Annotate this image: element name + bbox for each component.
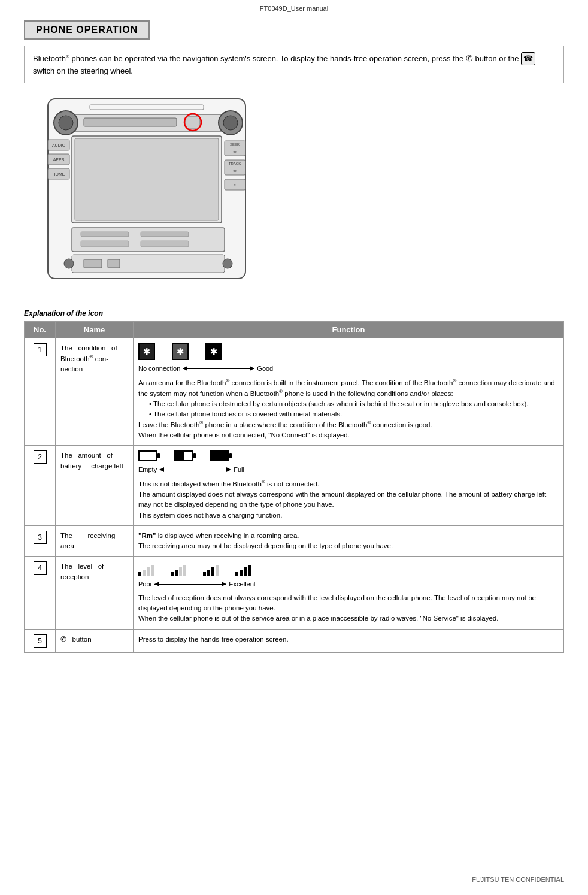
svg-text:≡: ≡	[234, 183, 236, 187]
rm-desc2: The receiving area may not be displayed …	[138, 541, 559, 551]
bt-icon-low: ✱	[138, 343, 155, 360]
batt-desc1: This is not displayed when the Bluetooth…	[138, 479, 559, 489]
section-title: PHONE OPERATION	[36, 25, 138, 35]
svg-rect-3	[84, 118, 177, 126]
device-image-container: SEEK ⊲⊳ TRACK ⊲⊳ ≡ AUDIO APPS HOME	[36, 93, 564, 298]
row1-name: The condition of Bluetooth® con-nection	[56, 338, 134, 446]
bt-arrow-line: No connection Good	[138, 364, 273, 374]
row4-no: 4	[25, 557, 56, 629]
bt-desc2: Leave the Bluetooth® phone in a place wh…	[138, 419, 559, 430]
bt-desc1: An antenna for the Bluetooth® connection…	[138, 377, 559, 399]
svg-rect-4	[186, 116, 200, 128]
table-row: 2 The amount of battery charge left Empt…	[25, 446, 564, 525]
svg-text:SEEK: SEEK	[230, 143, 240, 146]
signal-arrow-line: Poor Excellent	[138, 579, 256, 589]
svg-rect-28	[141, 232, 189, 237]
bt-desc3: When the cellular phone is not connected…	[138, 430, 559, 440]
row5-func: Press to display the hands-free operatio…	[134, 629, 564, 652]
icon-table: No. Name Function 1 The condition of Blu…	[24, 321, 564, 653]
row5-no: 5	[25, 629, 56, 652]
intro-box: Bluetooth® phones can be operated via th…	[24, 46, 564, 83]
intro-text: Bluetooth® phones can be operated via th…	[33, 54, 535, 75]
number-box-1: 1	[34, 343, 47, 356]
number-box-2: 2	[34, 450, 47, 464]
signal-icons-row	[138, 561, 559, 576]
row3-name: The receiving area	[56, 525, 134, 557]
svg-point-34	[64, 259, 74, 268]
bt-icons-row: ✱ ✱ ✱	[138, 343, 559, 360]
row2-func: Empty Full This is not displayed when th…	[134, 446, 564, 525]
batt-desc3: This system does not have a charging fun…	[138, 510, 559, 521]
signal-desc1: The level of reception does not always c…	[138, 593, 559, 614]
section-title-box: PHONE OPERATION	[24, 20, 150, 40]
table-row: 4 The level of reception	[25, 557, 564, 629]
explanation-label: Explanation of the icon	[24, 309, 564, 318]
svg-text:⊲⊳: ⊲⊳	[232, 169, 237, 173]
number-box-4: 4	[34, 561, 47, 575]
footer-confidential: FUJITSU TEN CONFIDENTIAL	[472, 876, 564, 883]
svg-point-9	[223, 116, 238, 130]
svg-rect-29	[81, 241, 129, 247]
svg-text:HOME: HOME	[53, 172, 65, 176]
row1-no: 1	[25, 338, 56, 446]
svg-rect-32	[84, 259, 102, 268]
svg-rect-33	[108, 259, 120, 268]
bt-bullet2: • The cellular phone touches or is cover…	[149, 409, 559, 419]
signal-icon-1	[171, 561, 186, 576]
bt-bullet1: • The cellular phone is obstructed by ce…	[149, 399, 559, 409]
batt-icon-full	[210, 450, 229, 461]
svg-rect-27	[81, 232, 129, 237]
number-box-5: 5	[34, 634, 47, 648]
batt-desc2: The amount displayed does not always cor…	[138, 489, 559, 510]
batt-icon-half	[174, 450, 193, 461]
row2-name: The amount of battery charge left	[56, 446, 134, 525]
table-row: 3 The receiving area "Rm" is displayed w…	[25, 525, 564, 557]
rm-desc1: "Rm" is displayed when receiving in a ro…	[138, 531, 559, 541]
batt-arrow-line: Empty Full	[138, 465, 244, 475]
row3-no: 3	[25, 525, 56, 557]
signal-desc2: When the cellular phone is out of the se…	[138, 613, 559, 624]
device-svg: SEEK ⊲⊳ TRACK ⊲⊳ ≡ AUDIO APPS HOME	[36, 93, 257, 298]
long-arrow-batt	[159, 470, 231, 470]
btn-desc: Press to display the hands-free operatio…	[138, 634, 559, 645]
svg-point-35	[223, 259, 232, 268]
switch-icon-inline: ☎	[521, 52, 535, 65]
svg-text:TRACK: TRACK	[229, 162, 241, 165]
signal-icon-3	[235, 561, 251, 576]
header-title: FT0049D_User manual	[260, 5, 328, 12]
row2-no: 2	[25, 446, 56, 525]
phone-icon-inline: ✆	[466, 53, 473, 63]
signal-icon-0	[138, 561, 154, 576]
table-header-name: Name	[56, 322, 134, 338]
batt-icons-row	[138, 450, 559, 461]
row5-name: ✆ button	[56, 629, 134, 652]
long-arrow-bt	[183, 368, 254, 369]
row4-name: The level of reception	[56, 557, 134, 629]
content-area: PHONE OPERATION Bluetooth® phones can be…	[0, 14, 588, 659]
row4-func: Poor Excellent The level of reception do…	[134, 557, 564, 629]
svg-rect-11	[75, 138, 219, 220]
number-box-3: 3	[34, 531, 47, 544]
table-header-no: No.	[25, 322, 56, 338]
long-arrow-signal	[154, 584, 226, 585]
svg-text:⊲⊳: ⊲⊳	[232, 150, 237, 153]
table-header-function: Function	[134, 322, 564, 338]
row3-func: "Rm" is displayed when receiving in a ro…	[134, 525, 564, 557]
signal-icon-2	[203, 561, 219, 576]
table-row: 5 ✆ button Press to display the hands-fr…	[25, 629, 564, 652]
row1-func: ✱ ✱ ✱ No connection Good	[134, 338, 564, 446]
batt-icon-empty	[138, 450, 157, 461]
page-header: FT0049D_User manual	[0, 0, 588, 14]
bt-icon-good: ✱	[205, 343, 222, 360]
svg-rect-26	[72, 228, 225, 252]
table-row: 1 The condition of Bluetooth® con-nectio…	[25, 338, 564, 446]
svg-point-7	[59, 116, 73, 130]
bt-icon-mid: ✱	[172, 343, 189, 360]
svg-rect-30	[141, 241, 189, 247]
svg-text:AUDIO: AUDIO	[52, 143, 66, 147]
svg-text:APPS: APPS	[53, 158, 65, 162]
